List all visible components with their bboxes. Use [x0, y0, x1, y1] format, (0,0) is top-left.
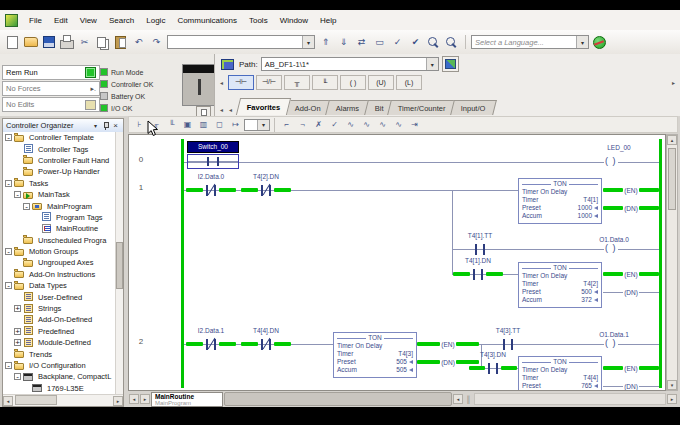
ladder-hscroll-right[interactable] — [667, 394, 677, 404]
tree-expander-icon[interactable]: - — [5, 282, 12, 289]
organizer-hscroll-track[interactable] — [13, 395, 113, 406]
rung-number[interactable]: 2 — [133, 337, 149, 346]
ton-instruction[interactable]: TON Timer On Delay TimerT4[2] Preset500 … — [518, 262, 602, 308]
routine-tabs-scroll-right[interactable] — [140, 394, 150, 404]
rung-number[interactable]: 0 — [133, 155, 149, 164]
new-rung-icon[interactable]: ⊦ — [132, 118, 147, 132]
rswho-icon[interactable] — [442, 56, 459, 72]
menu-logic[interactable]: Logic — [140, 14, 171, 27]
ladder-hscroll-thumb[interactable] — [224, 392, 452, 406]
save-icon[interactable] — [40, 34, 57, 50]
branch-icon[interactable]: ╥ — [284, 75, 310, 90]
insert-arrow-icon[interactable]: ↦ — [228, 118, 243, 132]
tree-item-motion-groups[interactable]: -Motion Groups — [3, 246, 116, 257]
ton-instruction[interactable]: TON Timer On Delay TimerT4[4] Preset765 … — [518, 356, 602, 391]
controller-mode-box[interactable]: Rem Run — [2, 65, 100, 80]
tree-item-program-tags[interactable]: Program Tags — [3, 212, 116, 223]
ladder-hscroll-track[interactable] — [474, 393, 666, 405]
en-output[interactable]: (EN) — [603, 268, 659, 280]
chevron-down-icon[interactable] — [576, 36, 588, 48]
new-icon[interactable] — [4, 34, 21, 50]
cut-icon[interactable]: ✂ — [76, 34, 93, 50]
tree-item-power-up-handler[interactable]: Power-Up Handler — [3, 166, 116, 177]
selected-xic-instruction[interactable]: Switch_00 — [187, 141, 239, 169]
fork1-icon[interactable]: ∿ — [343, 118, 358, 132]
chevron-down-icon[interactable] — [257, 120, 269, 130]
organizer-hscrollbar[interactable] — [3, 394, 123, 406]
splitter-grip[interactable] — [464, 393, 473, 405]
tree-item-strings[interactable]: +Strings — [3, 303, 116, 314]
compare-icon[interactable]: ⇄ — [353, 34, 370, 50]
fork4-icon[interactable]: ∿ — [391, 118, 406, 132]
tree-expander-icon[interactable]: + — [14, 305, 21, 312]
organizer-hscroll-thumb[interactable] — [15, 395, 57, 405]
tree-item-controller-tags[interactable]: Controller Tags — [3, 143, 116, 154]
ladder-vscrollbar[interactable] — [666, 134, 678, 391]
fork2-icon[interactable]: ∿ — [359, 118, 374, 132]
tree-expander-icon[interactable]: + — [14, 339, 21, 346]
tree-item-1769-l35e[interactable]: 1769-L35E — [3, 383, 116, 394]
chevron-down-icon[interactable] — [426, 58, 438, 70]
ote-coil-icon[interactable]: ( ) — [340, 75, 366, 90]
tree-item-mainroutine[interactable]: MainRoutine — [3, 223, 116, 234]
tree-item-mainprogram[interactable]: -MainProgram — [3, 200, 116, 211]
zoom-out-icon[interactable] — [443, 34, 460, 50]
xic-contact-icon[interactable]: ⊣⊢ — [228, 75, 254, 90]
tree-item-backplane-compactl[interactable]: -Backplane, CompactL — [3, 371, 116, 382]
xio-instruction[interactable]: T4[2].DN — [241, 173, 291, 197]
dn-output[interactable]: (DN) — [603, 286, 659, 298]
ton-instruction[interactable]: TON Timer On Delay TimerT4[1] Preset1000… — [518, 178, 602, 224]
ote-coil[interactable] — [604, 338, 618, 349]
tree-item-controller-fault-hand[interactable]: Controller Fault Hand — [3, 155, 116, 166]
tree-item-data-types[interactable]: -Data Types — [3, 280, 116, 291]
tree-expander-icon[interactable]: - — [23, 203, 30, 210]
tree-item-trends[interactable]: Trends — [3, 348, 116, 359]
xio-contact-icon[interactable]: ⊣/⊢ — [256, 75, 282, 90]
trace-up-icon[interactable]: ¬ — [295, 118, 310, 132]
trace-down-icon[interactable]: ⌐ — [279, 118, 294, 132]
menu-help[interactable]: Help — [314, 14, 342, 27]
xio-instruction[interactable]: I2.Data.1 — [186, 327, 236, 351]
otl-coil-icon[interactable]: (L) — [396, 75, 422, 90]
chevron-down-icon[interactable] — [302, 36, 314, 48]
language-combo[interactable]: Select a Language... — [471, 35, 589, 49]
copy-icon[interactable] — [94, 34, 111, 50]
tree-item-user-defined[interactable]: User-Defined — [3, 291, 116, 302]
add-box-icon[interactable]: ▣ — [180, 118, 195, 132]
tab-favorites[interactable]: Favorites — [236, 98, 292, 115]
tab-timer-counter[interactable]: Timer/Counter — [387, 100, 456, 115]
tree-item-tasks[interactable]: -Tasks — [3, 178, 116, 189]
tree-item-i-o-configuration[interactable]: -I/O Configuration — [3, 360, 116, 371]
tab-main-routine[interactable]: MainRoutine MainProgram — [151, 392, 223, 407]
organizer-pin-icon[interactable] — [101, 121, 110, 130]
tab-input-o[interactable]: Input/O — [450, 100, 496, 115]
menu-search[interactable]: Search — [103, 14, 140, 27]
open-icon[interactable] — [22, 34, 39, 50]
otu-coil-icon[interactable]: (U) — [368, 75, 394, 90]
xic-instruction[interactable]: T4[1].TT — [455, 232, 505, 256]
forces-box[interactable]: No Forces — [2, 81, 100, 96]
organizer-vscroll-thumb[interactable] — [116, 242, 123, 289]
tree-expander-icon[interactable]: - — [5, 134, 12, 141]
verify-all-icon[interactable]: ✔ — [407, 34, 424, 50]
tree-expander-icon[interactable]: - — [5, 180, 12, 187]
menu-file[interactable]: File — [23, 14, 48, 27]
ladder-hscroll-left[interactable] — [453, 394, 463, 404]
rung-scale-combo[interactable] — [244, 119, 270, 131]
print-icon[interactable] — [58, 34, 75, 50]
tree-expander-icon[interactable]: - — [5, 362, 12, 369]
menu-tools[interactable]: Tools — [243, 14, 274, 27]
verify-download-icon[interactable]: ⇓ — [335, 34, 352, 50]
branch-level-icon[interactable]: ╙ — [164, 118, 179, 132]
tree-item-ungrouped-axes[interactable]: Ungrouped Axes — [3, 257, 116, 268]
wire-cut-icon[interactable]: ✗ — [311, 118, 326, 132]
routine-tabs-scroll-left[interactable] — [129, 394, 139, 404]
add-box2-icon[interactable]: ▥ — [196, 118, 211, 132]
scroll-right-icon[interactable] — [113, 396, 123, 406]
tree-expander-icon[interactable]: - — [14, 191, 21, 198]
path-combo[interactable]: AB_DF1-1\1* — [261, 57, 439, 71]
menu-edit[interactable]: Edit — [48, 14, 74, 27]
menu-communications[interactable]: Communications — [171, 14, 243, 27]
tree-item-controller-template[interactable]: -Controller Template — [3, 132, 116, 143]
tree-expander-icon[interactable]: - — [5, 248, 12, 255]
